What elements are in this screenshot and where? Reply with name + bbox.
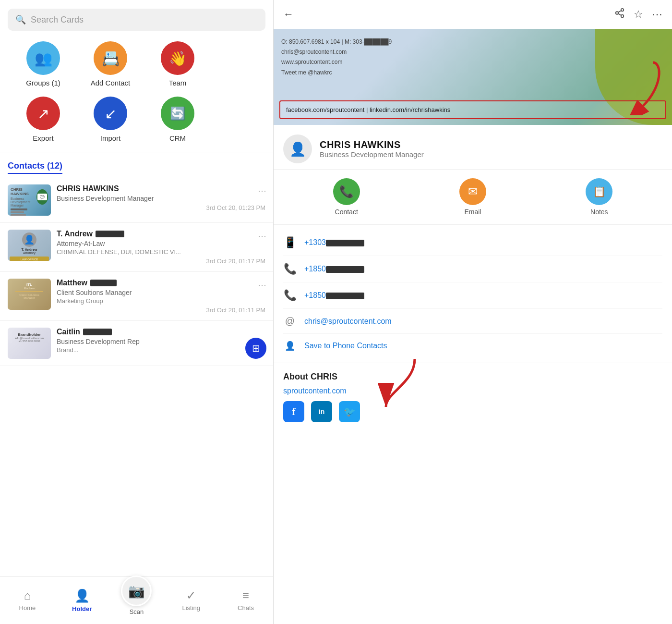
facebook-button[interactable]: f [283,401,304,422]
email-btn-circle: ✉ [459,178,486,205]
red-arrow-bottom [376,354,424,412]
svg-line-4 [618,11,621,12]
linkedin-button[interactable]: in [311,401,332,422]
nav-listing[interactable]: ✓ Listing [164,589,218,612]
contact-date-andrew: 3rd Oct 20, 01:17 PM [57,257,265,265]
contact-subtitle-andrew: CRIMINAL DEFENSE, DUI, DOMESTIC VI... [57,248,265,256]
more-options-matthew[interactable]: ⋯ [258,280,266,290]
scan-circle: 📷 [121,575,152,606]
contact-title-matthew: Client Soultions Manager [57,289,265,296]
avatar-icon: 👤 [289,141,306,157]
contact-info-matthew: Matthew Client Soultions Manager Marketi… [51,279,265,314]
phone3-redact [326,293,364,299]
action-buttons: 📞 Contact ✉ Email 📋 Notes [274,170,672,225]
contacts-header: Contacts (12) [0,152,273,178]
phone2-value: +1850 [304,265,662,273]
search-bar[interactable]: 🔍 Search Cards [8,9,265,31]
email-button[interactable]: ✉ Email [459,178,486,216]
filter-button[interactable]: ⊞ [245,338,266,359]
contact-info-caitlin: Caitlin Business Development Rep Brand..… [51,328,265,354]
twitter-button[interactable]: 🐦 [339,401,360,422]
home-icon: ⌂ [24,589,31,602]
nav-holder[interactable]: 👤 Holder [55,588,109,612]
social-icons: f in 🐦 [283,401,662,422]
contact-item-matthew[interactable]: ITL Matthew Client Solutions Manager Mat… [0,272,273,321]
phone3-value: +1850 [304,291,662,300]
svg-line-3 [618,13,621,15]
phone2-icon: 📞 [283,263,297,275]
more-options-andrew[interactable]: ⋯ [258,231,266,241]
action-import[interactable]: ↙ Import [82,97,139,142]
contact-info-andrew: T. Andrew Attorney-At-Law CRIMINAL DEFEN… [51,230,265,265]
notes-btn-icon: 📋 [593,185,606,198]
right-header: ← ☆ ⋯ [274,0,672,29]
contact-thumb-matthew: ITL Matthew Client Solutions Manager [8,279,51,310]
back-button[interactable]: ← [283,8,294,21]
redact-bar-caitlin [83,329,112,335]
left-panel: 🔍 Search Cards 👥 Groups (1) 📇 Add Contac… [0,0,274,624]
chats-icon: ≡ [242,589,249,602]
contact-name-matthew: Matthew [57,279,265,287]
profile-role: Business Development Manager [320,150,424,159]
contact-item-chris[interactable]: CHRIS HAWKINS Business Development Manag… [0,178,273,223]
holder-icon: 👤 [74,588,90,603]
email-btn-label: Email [464,208,481,216]
contact-item-caitlin[interactable]: Brandholder info@brandholder.com +1 555 … [0,321,273,366]
action-groups[interactable]: 👥 Groups (1) [14,41,72,87]
listing-icon: ✓ [186,589,196,602]
bottom-nav-left: ⌂ Home 👤 Holder 📷 Scan ✓ Listing ≡ Chats [0,576,273,624]
card-highlight-box: facebook.com/sproutcontent | linkedin.co… [279,100,666,119]
team-label: Team [169,79,187,87]
red-arrow-top [624,58,662,117]
groups-icon: 👥 [26,41,60,75]
contact-thumb-chris: CHRIS HAWKINS Business Development Manag… [8,184,51,216]
more-options-chris[interactable]: ⋯ [258,185,266,196]
notes-button[interactable]: 📋 Notes [586,178,612,216]
contact-title-andrew: Attorney-At-Law [57,240,265,247]
share-icon[interactable] [614,8,625,21]
email-value: chris@sproutcontent.com [304,317,662,326]
nav-chats[interactable]: ≡ Chats [218,589,273,612]
contact-btn-label: Contact [335,208,358,216]
action-crm[interactable]: 🔄 CRM [149,97,206,142]
nav-scan[interactable]: 📷 Scan [109,585,164,615]
redact-bar [96,231,124,237]
detail-save-contact[interactable]: 👤 Save to Phone Contacts [283,334,662,358]
star-icon[interactable]: ☆ [634,8,643,21]
about-title: About CHRIS [283,372,662,382]
detail-email[interactable]: @ chris@sproutcontent.com [283,309,662,334]
export-label: Export [33,134,53,142]
action-add-contact[interactable]: 📇 Add Contact [82,41,139,87]
nav-listing-label: Listing [182,604,201,612]
contact-name-caitlin: Caitlin [57,328,265,336]
detail-phone3[interactable]: 📞 +1850 [283,282,662,309]
more-icon[interactable]: ⋯ [652,8,662,21]
nav-home[interactable]: ⌂ Home [0,589,55,612]
contact-btn-circle: 📞 [333,178,360,205]
contact-button[interactable]: 📞 Contact [333,178,360,216]
detail-phone2[interactable]: 📞 +1850 [283,256,662,282]
about-section: About CHRIS sproutcontent.com f in 🐦 [274,363,672,431]
contact-list: CHRIS HAWKINS Business Development Manag… [0,178,273,576]
email-icon: @ [283,316,297,327]
linkedin-icon: in [319,408,324,416]
search-placeholder: Search Cards [31,15,84,25]
import-label: Import [100,134,121,142]
contact-date-matthew: 3rd Oct 20, 01:11 PM [57,306,265,314]
detail-phone1[interactable]: 📱 +1303 [283,230,662,256]
highlight-text: facebook.com/sproutcontent | linkedin.co… [286,106,450,113]
about-website[interactable]: sproutcontent.com [283,387,662,395]
phone1-value: +1303 [304,238,662,247]
nav-scan-label: Scan [130,608,144,615]
nav-holder-label: Holder [72,605,92,612]
contact-btn-icon: 📞 [339,185,354,198]
profile-name: CHRIS HAWKINS [320,139,424,150]
action-export[interactable]: ↗ Export [14,97,72,142]
facebook-icon: f [292,405,295,418]
contact-profile: 👤 CHRIS HAWKINS Business Development Man… [274,125,672,170]
action-team[interactable]: 👋 Team [149,41,206,87]
contact-item-andrew[interactable]: 👤 T. Andrew Attorney LAW OFFICE T. Andre… [0,223,273,272]
contact-name-andrew: T. Andrew [57,230,265,238]
nav-home-label: Home [19,604,36,612]
groups-label: Groups (1) [26,79,60,87]
